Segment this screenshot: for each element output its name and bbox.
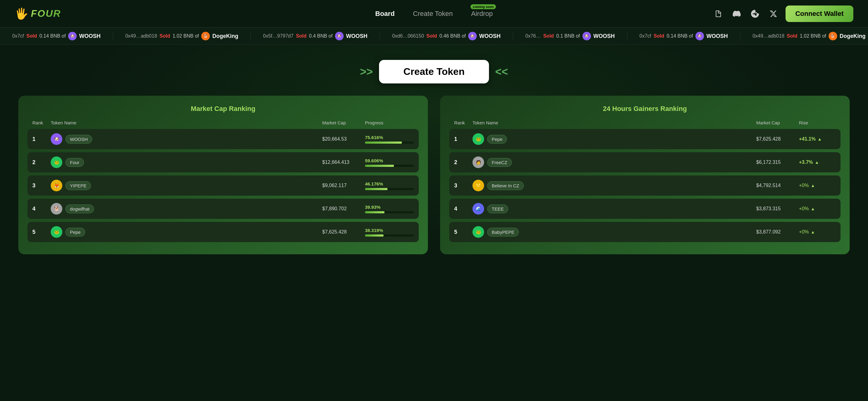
coming-soon-badge: coming soon [471,4,496,9]
ticker-item: 0xd6…066150 Sold 0.46 BNB of 🐶 WOOSH [380,32,513,40]
logo-hand-icon: 🖐 [15,7,28,20]
docs-icon[interactable] [712,8,724,20]
gainers-panel: 24 Hours Gainers Ranking Rank Token Name… [440,96,850,254]
market-cap-panel: Market Cap Ranking Rank Token Name Marke… [18,96,428,254]
table-row[interactable]: 5 🐸 BabyPEPE $3,877.092 +0% ▲ [449,222,840,242]
chevron-right-deco: << [495,65,508,78]
create-token-area: >> Create Token << [18,60,850,83]
token-avatar: 🧑 [472,156,484,168]
connect-wallet-button[interactable]: Connect Wallet [785,5,853,22]
table-row[interactable]: 3 💛 Believe In CZ $4,792.514 +0% ▲ [449,175,840,196]
token-avatar: 💛 [472,180,484,191]
ticker-inner: 0x7cf Sold 0.14 BNB of 🐶 WOOSH 0x49…adb0… [0,32,868,40]
twitter-icon[interactable] [767,8,779,20]
token-avatar: 🦊 [51,180,62,191]
logo[interactable]: 🖐 FOUR [15,7,61,20]
token-avatar: 🌊 [472,203,484,214]
ticker-item: 0x49…adb018 Sold 1.02 BNB of 🐕 DogeKing [740,32,868,40]
logo-text: FOUR [31,8,61,19]
table-row[interactable]: 2 🐸 Four $12,664.413 59.606% [28,152,419,172]
main-content: >> Create Token << Market Cap Ranking Ra… [0,45,868,266]
create-token-main-button[interactable]: Create Token [379,60,489,83]
nav-right: Connect Wallet [712,5,853,22]
gainers-title: 24 Hours Gainers Ranking [449,105,840,113]
token-avatar: 🐸 [472,133,484,145]
ticker-item: 0x49…adb018 Sold 1.02 BNB of 🐕 DogeKing [113,32,251,40]
token-avatar: 🐶 [51,133,62,145]
market-cap-title: Market Cap Ranking [28,105,419,113]
token-avatar: 🐸 [51,156,62,168]
gainers-header: Rank Token Name Market Cap Rise [449,120,840,129]
table-row[interactable]: 1 🐸 Pepe $7,625.428 +41.1% ▲ [449,129,840,149]
nav-links: Board Create Token Airdrop coming soon [375,10,493,18]
table-row[interactable]: 3 🦊 YIPEPE $9,062.117 46.176% [28,175,419,196]
ticker-bar: 0x7cf Sold 0.14 BNB of 🐶 WOOSH 0x49…adb0… [0,28,868,45]
nav-create-token[interactable]: Create Token [413,10,453,18]
nav-airdrop[interactable]: Airdrop coming soon [471,10,493,18]
market-cap-header: Rank Token Name Market Cap Progress [28,120,419,129]
token-avatar: 🐸 [472,226,484,238]
table-row[interactable]: 2 🧑 FreeCZ $6,172.315 +3.7% ▲ [449,152,840,172]
ticker-item: 0x76… Sold 0.1 BNB of 🐶 WOOSH [513,32,627,40]
table-row[interactable]: 5 🐸 Pepe $7,625.428 38.319% [28,222,419,242]
token-avatar: 🐸 [51,226,62,238]
telegram-icon[interactable] [749,8,761,20]
navbar: 🖐 FOUR Board Create Token Airdrop coming… [0,0,868,28]
ticker-item: 0x7cf Sold 0.14 BNB of 🐶 WOOSH [627,32,740,40]
chevron-left-deco: >> [360,65,373,78]
ticker-item: 0x5f…9797d7 Sold 0.4 BNB of 🐶 WOOSH [251,32,380,40]
ticker-item: 0x7cf Sold 0.14 BNB of 🐶 WOOSH [0,32,113,40]
table-row[interactable]: 4 🌊 TEEE $3,873.315 +0% ▲ [449,199,840,219]
table-row[interactable]: 1 🐶 WOOSH $20,664.53 75.616% [28,129,419,149]
token-avatar: 🐕 [51,203,62,214]
rankings-section: Market Cap Ranking Rank Token Name Marke… [18,96,850,254]
discord-icon[interactable] [731,8,743,20]
table-row[interactable]: 4 🐕 dogwifhat $7,890.702 39.93% [28,199,419,219]
nav-board[interactable]: Board [375,10,395,18]
